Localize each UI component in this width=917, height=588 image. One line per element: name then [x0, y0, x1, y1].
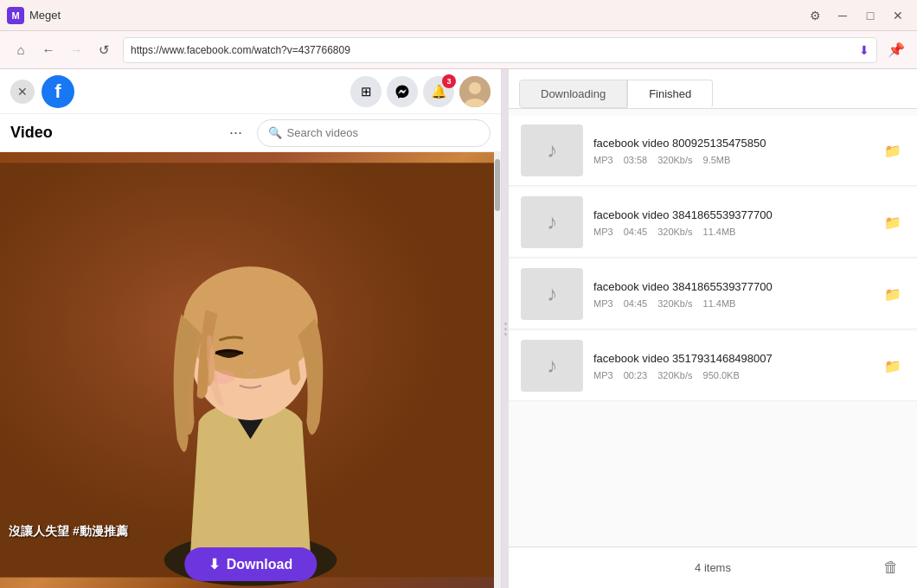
facebook-logo: f: [42, 75, 74, 108]
main-content: ✕ f ⊞ 🔔 3 Video ···: [0, 69, 917, 588]
item-thumbnail: ♪: [521, 268, 583, 320]
video-section-title: Video: [10, 124, 222, 142]
music-icon: ♪: [547, 282, 557, 306]
item-thumbnail: ♪: [521, 340, 583, 392]
item-meta: MP3 00:23 320Kb/s 950.0KB: [593, 370, 881, 380]
item-size: 11.4MB: [703, 227, 736, 237]
download-item[interactable]: ♪ facebook video 3517931468498007 MP3 00…: [509, 331, 917, 401]
item-duration: 04:45: [624, 227, 648, 237]
refresh-button[interactable]: ↺: [90, 36, 118, 64]
app-icon: M: [7, 7, 24, 24]
messenger-button[interactable]: [387, 76, 418, 107]
maximize-button[interactable]: □: [858, 3, 882, 28]
open-folder-button[interactable]: 📁: [881, 138, 905, 163]
item-info: facebook video 800925135475850 MP3 03:58…: [593, 137, 881, 165]
back-button[interactable]: ←: [35, 36, 62, 64]
scroll-bar[interactable]: [494, 152, 501, 588]
item-duration: 03:58: [624, 155, 648, 165]
settings-button[interactable]: ⚙: [803, 3, 827, 28]
item-thumbnail: ♪: [521, 196, 583, 248]
open-folder-button[interactable]: 📁: [881, 282, 905, 306]
facebook-header: ✕ f ⊞ 🔔 3: [0, 69, 501, 114]
item-title: facebook video 800925135475850: [593, 137, 881, 150]
item-bitrate: 320Kb/s: [657, 298, 692, 309]
trash-button[interactable]: 🗑: [877, 554, 905, 582]
item-format: MP3: [593, 298, 613, 309]
download-arrow-icon: ⬇: [859, 43, 869, 57]
svg-point-1: [469, 82, 481, 94]
address-text: https://www.facebook.com/watch?v=4377668…: [131, 44, 856, 56]
video-section-header: Video ··· 🔍: [0, 114, 501, 152]
scroll-thumb[interactable]: [495, 159, 500, 211]
download-item[interactable]: ♪ facebook video 800925135475850 MP3 03:…: [509, 116, 917, 186]
item-info: facebook video 3841865539377700 MP3 04:4…: [593, 208, 881, 237]
minimize-button[interactable]: ─: [830, 3, 855, 28]
app-title: Meget: [29, 9, 803, 22]
fb-close-button[interactable]: ✕: [10, 80, 35, 104]
item-duration: 00:23: [624, 370, 648, 380]
window-controls: ⚙ ─ □ ✕: [803, 3, 910, 28]
search-input[interactable]: [287, 126, 480, 139]
download-item[interactable]: ♪ facebook video 3841865539377700 MP3 04…: [509, 188, 917, 258]
music-icon: ♪: [547, 354, 557, 378]
notifications-button[interactable]: 🔔 3: [423, 76, 454, 107]
download-label: Download: [227, 557, 292, 572]
video-caption: 沒讓人失望 #動漫推薦: [9, 524, 128, 540]
forward-button[interactable]: →: [62, 36, 90, 64]
nav-bar: ⌂ ← → ↺ https://www.facebook.com/watch?v…: [0, 31, 917, 69]
browser-panel: ✕ f ⊞ 🔔 3 Video ···: [0, 69, 502, 588]
open-folder-button[interactable]: 📁: [881, 210, 905, 234]
more-button[interactable]: ···: [222, 119, 250, 147]
item-meta: MP3 03:58 320Kb/s 9.5MB: [593, 155, 881, 165]
item-size: 9.5MB: [703, 155, 731, 165]
address-bar[interactable]: https://www.facebook.com/watch?v=4377668…: [123, 37, 877, 63]
item-size: 11.4MB: [703, 298, 736, 309]
video-background: [0, 152, 501, 588]
item-format: MP3: [593, 155, 613, 165]
item-info: facebook video 3517931468498007 MP3 00:2…: [593, 352, 881, 380]
download-item[interactable]: ♪ facebook video 3841865539377700 MP3 04…: [509, 259, 917, 329]
item-bitrate: 320Kb/s: [657, 227, 692, 237]
item-duration: 04:45: [624, 298, 648, 309]
facebook-icons: ⊞ 🔔 3: [350, 76, 491, 107]
item-title: facebook video 3841865539377700: [593, 208, 881, 221]
download-list: ♪ facebook video 800925135475850 MP3 03:…: [509, 109, 917, 546]
item-title: facebook video 3517931468498007: [593, 352, 881, 365]
close-button[interactable]: ✕: [886, 3, 910, 28]
item-size: 950.0KB: [703, 370, 740, 380]
pin-button[interactable]: 📌: [882, 36, 910, 64]
search-bar[interactable]: 🔍: [257, 119, 491, 147]
panel-footer: 4 items 🗑: [509, 546, 917, 588]
video-area: 沒讓人失望 #動漫推薦 ⬇ Download: [0, 152, 501, 588]
resize-handle[interactable]: [502, 69, 509, 588]
item-count: 4 items: [695, 561, 731, 574]
tab-downloading[interactable]: Downloading: [519, 80, 627, 108]
item-format: MP3: [593, 227, 613, 237]
item-format: MP3: [593, 370, 613, 380]
grid-button[interactable]: ⊞: [350, 76, 382, 107]
item-meta: MP3 04:45 320Kb/s 11.4MB: [593, 227, 881, 237]
tab-bar: Downloading Finished: [509, 69, 917, 109]
title-bar: M Meget ⚙ ─ □ ✕: [0, 0, 917, 31]
search-icon: 🔍: [268, 126, 282, 139]
home-button[interactable]: ⌂: [7, 36, 35, 64]
music-icon: ♪: [547, 210, 557, 234]
item-title: facebook video 3841865539377700: [593, 280, 881, 293]
tab-finished[interactable]: Finished: [627, 80, 713, 108]
item-meta: MP3 04:45 320Kb/s 11.4MB: [593, 298, 881, 309]
download-icon: ⬇: [208, 556, 220, 572]
item-bitrate: 320Kb/s: [657, 370, 692, 380]
download-button[interactable]: ⬇ Download: [184, 547, 317, 581]
item-info: facebook video 3841865539377700 MP3 04:4…: [593, 280, 881, 309]
open-folder-button[interactable]: 📁: [881, 354, 905, 378]
avatar-button[interactable]: [459, 76, 491, 107]
download-panel: Downloading Finished ♪ facebook video 80…: [509, 69, 917, 588]
notification-badge: 3: [442, 74, 456, 88]
item-thumbnail: ♪: [521, 125, 583, 176]
item-bitrate: 320Kb/s: [657, 155, 692, 165]
music-icon: ♪: [547, 138, 557, 163]
